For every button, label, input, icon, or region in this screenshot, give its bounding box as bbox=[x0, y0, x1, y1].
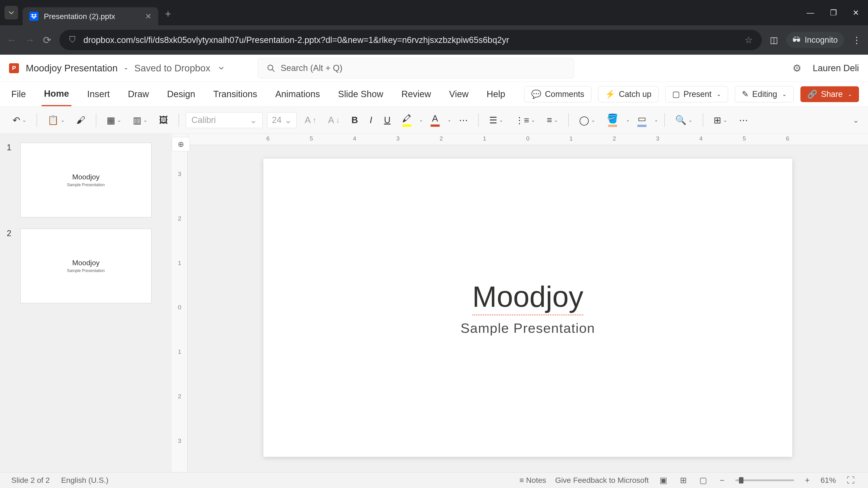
catchup-label: Catch up bbox=[619, 90, 651, 99]
chevron-down-icon[interactable]: ⌄ bbox=[626, 118, 629, 122]
title-dropdown-icon[interactable] bbox=[219, 67, 224, 70]
layout-button[interactable]: ▥⌄ bbox=[129, 112, 151, 128]
increase-font-button[interactable]: A↑ bbox=[301, 112, 320, 128]
new-slide-button[interactable]: ▦⌄ bbox=[103, 112, 125, 128]
tab-review[interactable]: Review bbox=[399, 83, 433, 105]
underline-button[interactable]: U bbox=[380, 112, 394, 128]
slideshow-view-icon[interactable]: ▢ bbox=[698, 474, 709, 487]
slide-thumbnail-2[interactable]: Moodjoy Sample Presentation bbox=[20, 229, 151, 303]
save-separator: - bbox=[124, 63, 127, 74]
shapes-button[interactable]: ◯⌄ bbox=[576, 112, 599, 128]
chevron-down-icon[interactable]: ⌄ bbox=[420, 118, 423, 122]
browser-menu-icon[interactable]: ⋮ bbox=[852, 35, 861, 45]
chevron-down-icon[interactable]: ⌄ bbox=[655, 118, 657, 122]
fit-to-window-icon[interactable]: ⛶ bbox=[845, 474, 857, 487]
slide-canvas[interactable]: Moodjoy Sample Presentation bbox=[264, 159, 792, 457]
tab-home[interactable]: Home bbox=[41, 82, 71, 106]
font-size-dropdown[interactable]: 24 ⌄ bbox=[267, 112, 297, 128]
present-button[interactable]: ▢ Present ⌄ bbox=[665, 86, 728, 102]
add-slide-floating-button[interactable]: ⊕ bbox=[172, 137, 190, 151]
back-button[interactable]: ← bbox=[7, 34, 17, 46]
notes-button[interactable]: ≡ Notes bbox=[520, 476, 546, 485]
tab-search-dropdown[interactable] bbox=[4, 6, 18, 20]
chevron-down-icon: ⌄ bbox=[554, 117, 558, 123]
zoom-in-button[interactable]: + bbox=[803, 474, 811, 487]
more-font-options[interactable]: ⋯ bbox=[455, 112, 471, 128]
align-button[interactable]: ≡⌄ bbox=[543, 112, 561, 128]
thumbnail-row: 1 Moodjoy Sample Presentation bbox=[7, 143, 165, 217]
undo-button[interactable]: ↶⌄ bbox=[9, 112, 30, 128]
zoom-slider[interactable] bbox=[735, 480, 794, 481]
picture-button[interactable]: 🖼 bbox=[156, 112, 172, 128]
highlight-button[interactable]: 🖍 bbox=[399, 111, 415, 129]
document-name[interactable]: Moodjoy Presentation bbox=[26, 63, 118, 74]
bullets-button[interactable]: ☰⌄ bbox=[486, 112, 507, 128]
tab-slideshow[interactable]: Slide Show bbox=[336, 83, 385, 105]
collapse-ribbon-icon[interactable]: ⌄ bbox=[853, 116, 859, 125]
shape-fill-button[interactable]: 🪣 bbox=[603, 110, 622, 130]
close-tab-icon[interactable]: ✕ bbox=[145, 12, 151, 21]
tab-transitions[interactable]: Transitions bbox=[211, 83, 259, 105]
powerpoint-icon[interactable]: P bbox=[9, 63, 19, 73]
comments-icon: 💬 bbox=[531, 90, 541, 99]
zoom-slider-thumb[interactable] bbox=[739, 477, 743, 484]
slide-count[interactable]: Slide 2 of 2 bbox=[11, 476, 50, 485]
fill-swatch bbox=[608, 125, 617, 127]
slide-thumbnail-1[interactable]: Moodjoy Sample Presentation bbox=[20, 143, 151, 217]
paste-button[interactable]: 📋⌄ bbox=[44, 112, 68, 128]
normal-view-icon[interactable]: ▣ bbox=[658, 474, 669, 487]
maximize-button[interactable]: ❐ bbox=[830, 8, 837, 17]
ruler-tick: 2 bbox=[178, 393, 181, 400]
url-bar[interactable]: ⛉ dropbox.com/scl/fi/ds8xk05ovlytyxnalh0… bbox=[59, 30, 762, 50]
tab-insert[interactable]: Insert bbox=[85, 83, 112, 105]
highlight-swatch bbox=[402, 125, 411, 127]
find-button[interactable]: 🔍⌄ bbox=[672, 112, 696, 128]
chevron-down-icon: ⌄ bbox=[848, 91, 852, 97]
user-name[interactable]: Lauren Deli bbox=[813, 63, 859, 73]
close-window-button[interactable]: ✕ bbox=[852, 8, 859, 17]
tab-animations[interactable]: Animations bbox=[273, 83, 322, 105]
tab-draw[interactable]: Draw bbox=[126, 83, 151, 105]
editing-icon: ✎ bbox=[742, 90, 749, 99]
more-commands[interactable]: ⋯ bbox=[735, 112, 752, 128]
settings-gear-icon[interactable]: ⚙ bbox=[793, 62, 801, 74]
designer-button[interactable]: ⊞⌄ bbox=[710, 112, 731, 128]
browser-tab[interactable]: Presentation (2).pptx ✕ bbox=[23, 7, 158, 25]
font-name-dropdown[interactable]: Calibri ⌄ bbox=[186, 112, 263, 128]
zoom-out-button[interactable]: − bbox=[718, 474, 726, 487]
site-info-icon[interactable]: ⛉ bbox=[68, 35, 76, 45]
new-tab-button[interactable]: + bbox=[165, 8, 171, 20]
bookmark-star-icon[interactable]: ☆ bbox=[745, 35, 753, 45]
zoom-level[interactable]: 61% bbox=[820, 476, 836, 485]
editing-button[interactable]: ✎ Editing ⌄ bbox=[735, 86, 794, 102]
slide-title-text[interactable]: Moodjoy bbox=[472, 280, 583, 314]
catchup-button[interactable]: ⚡ Catch up bbox=[598, 86, 658, 102]
side-panel-icon[interactable]: ◫ bbox=[770, 35, 778, 45]
bold-button[interactable]: B bbox=[348, 112, 362, 128]
minimize-button[interactable]: — bbox=[807, 8, 814, 17]
numbering-button[interactable]: ⋮≡⌄ bbox=[511, 112, 539, 128]
slide-subtitle-text[interactable]: Sample Presentation bbox=[461, 320, 595, 336]
format-painter-button[interactable]: 🖌 bbox=[73, 112, 89, 128]
reload-button[interactable]: ⟳ bbox=[43, 34, 51, 46]
font-color-button[interactable]: A bbox=[427, 111, 443, 129]
sorter-view-icon[interactable]: ⊞ bbox=[678, 474, 688, 487]
incognito-badge[interactable]: 🕶 Incognito bbox=[786, 32, 844, 48]
tab-view[interactable]: View bbox=[447, 83, 471, 105]
shape-outline-button[interactable]: ▭ bbox=[634, 111, 650, 130]
comments-button[interactable]: 💬 Comments bbox=[524, 86, 591, 102]
search-box[interactable]: Search (Alt + Q) bbox=[258, 58, 574, 78]
language-status[interactable]: English (U.S.) bbox=[61, 476, 108, 485]
decrease-font-button[interactable]: A↓ bbox=[324, 112, 343, 128]
share-button[interactable]: 🔗 Share ⌄ bbox=[800, 86, 859, 102]
canvas-scroll[interactable]: Moodjoy Sample Presentation bbox=[188, 145, 868, 472]
tab-file[interactable]: File bbox=[9, 83, 28, 105]
chevron-down-icon[interactable]: ⌄ bbox=[448, 118, 451, 122]
feedback-link[interactable]: Give Feedback to Microsoft bbox=[555, 476, 649, 485]
forward-button[interactable]: → bbox=[25, 34, 35, 46]
separator bbox=[96, 113, 96, 127]
slide-thumbnails-panel: 1 Moodjoy Sample Presentation 2 Moodjoy … bbox=[0, 134, 172, 472]
tab-help[interactable]: Help bbox=[485, 83, 507, 105]
tab-design[interactable]: Design bbox=[165, 83, 197, 105]
italic-button[interactable]: I bbox=[366, 112, 376, 128]
